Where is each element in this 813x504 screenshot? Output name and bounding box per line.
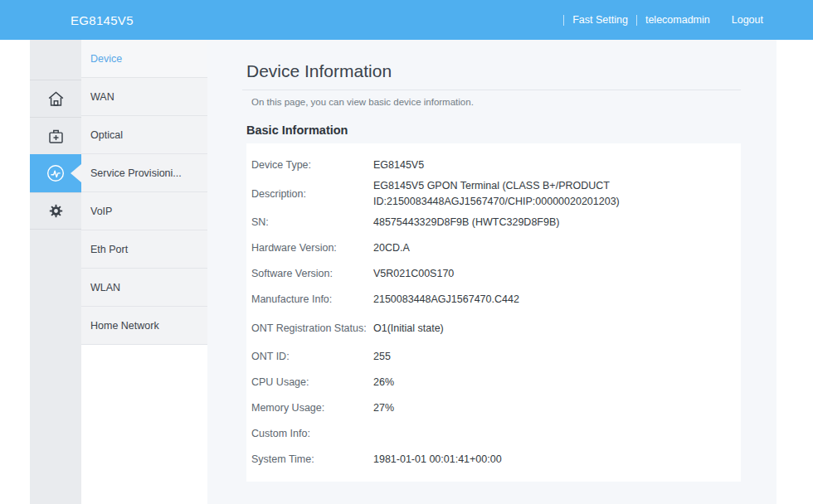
fast-setting-link[interactable]: Fast Setting [564,14,636,26]
info-row-hardware-version: Hardware Version: 20CD.A [246,235,741,261]
top-header: EG8145V5 Fast Setting telecomadmin Logou… [0,0,813,40]
row-value: V5R021C00S170 [373,266,454,282]
rail-item-home[interactable] [30,80,81,117]
info-row-manufacture-info: Manufacture Info: 2150083448AGJ1567470.C… [246,287,741,313]
section-title: Basic Information [246,123,776,138]
row-value: 26% [373,375,394,390]
row-value: 1981-01-01 00:01:41+00:00 [373,452,502,468]
info-row-custom-info: Custom Info: [246,421,741,447]
row-label: Manufacture Info: [246,292,373,308]
header-links: Fast Setting telecomadmin Logout [563,14,772,26]
page-title: Device Information [246,61,776,82]
info-row-ont-registration-status: ONT Registration Status: O1(Initial stat… [246,313,741,344]
row-value: 2150083448AGJ1567470.C442 [373,292,519,308]
title-divider [242,90,741,90]
sidebar-item-device[interactable]: Device [81,40,207,78]
row-label: Memory Usage: [246,400,373,416]
device-model-title: EG8145V5 [71,13,134,27]
logout-link[interactable]: Logout [723,14,772,26]
main-content: Device Information On this page, you can… [207,40,776,504]
row-label: CPU Usage: [246,375,373,390]
info-row-sn: SN: 48575443329D8F9B (HWTC329D8F9B) [246,210,741,235]
row-label: Custom Info: [246,426,373,442]
row-value: 27% [373,400,394,416]
info-row-ont-id: ONT ID: 255 [246,344,741,370]
row-label: SN: [246,215,373,230]
home-icon [46,89,66,109]
rail-item-settings[interactable] [30,192,81,230]
sidebar-item-service-provisioning[interactable]: Service Provisioni... [81,154,207,192]
username-label: telecomadmin [637,14,718,26]
rail-item-service[interactable] [30,117,81,154]
row-label: Software Version: [246,266,373,282]
row-value: 255 [373,349,391,365]
info-row-device-type: Device Type: EG8145V5 [246,153,741,178]
status-pulse-icon [45,162,66,184]
row-value: O1(Initial state) [373,321,444,337]
info-row-system-time: System Time: 1981-01-01 00:01:41+00:00 [246,447,741,472]
sidebar-menu: Device WAN Optical Service Provisioni...… [81,40,207,504]
row-label: Hardware Version: [246,240,373,256]
sidebar-item-wlan[interactable]: WLAN [81,269,207,307]
row-value: 20CD.A [373,240,410,256]
row-value: 48575443329D8F9B (HWTC329D8F9B) [373,215,559,230]
sidebar-item-voip[interactable]: VoIP [81,192,207,230]
row-label: System Time: [246,452,373,468]
settings-gear-icon [46,201,66,220]
sidebar-menu-items: Device WAN Optical Service Provisioni...… [81,40,207,345]
basic-information-card: Device Type: EG8145V5 Description: EG814… [246,143,741,482]
sidebar-item-eth-port[interactable]: Eth Port [81,230,207,269]
row-value: EG8145V5 [373,158,424,173]
info-row-memory-usage: Memory Usage: 27% [246,395,741,421]
row-label: Description: [246,187,373,202]
sidebar-item-optical[interactable]: Optical [81,116,207,154]
rail-spacer [30,40,81,80]
row-label: Device Type: [246,158,373,173]
row-label: ONT ID: [246,349,373,365]
row-label: ONT Registration Status: [246,321,373,337]
info-row-cpu-usage: CPU Usage: 26% [246,370,741,395]
info-row-description: Description: EG8145V5 GPON Terminal (CLA… [246,178,741,210]
info-row-software-version: Software Version: V5R021C00S170 [246,261,741,287]
row-value: EG8145V5 GPON Terminal (CLASS B+/PRODUCT… [373,178,665,210]
sidebar-item-home-network[interactable]: Home Network [81,307,207,345]
sidebar-item-wan[interactable]: WAN [81,78,207,116]
page-description: On this page, you can view basic device … [251,96,776,108]
icon-rail [30,40,81,504]
service-box-icon [46,126,66,147]
rail-item-status[interactable] [30,154,81,192]
